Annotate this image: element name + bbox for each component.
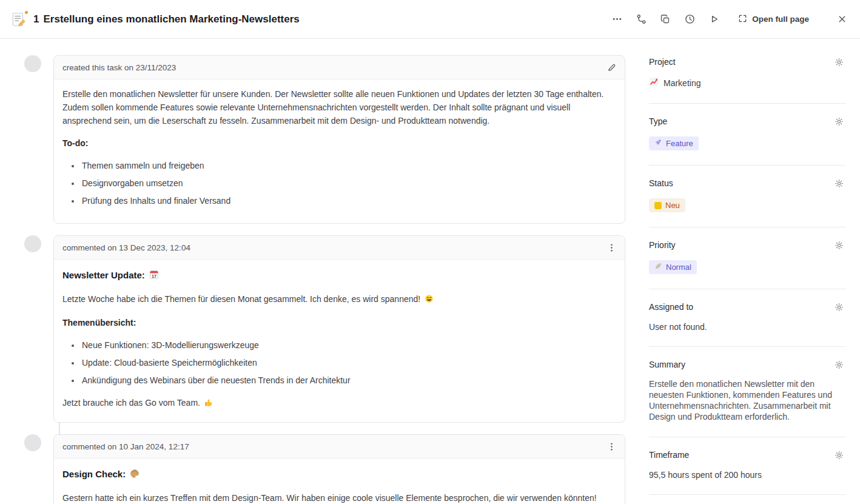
comment-paragraph: Letzte Woche habe ich die Themen für die… (62, 292, 615, 307)
list-item: Prüfung des Inhalts und finaler Versand (81, 194, 615, 207)
comment-card: commented on 10 Jan 2024, 12:17 Design C… (53, 434, 625, 504)
svg-text:17: 17 (152, 274, 156, 278)
copy-icon[interactable] (657, 11, 674, 28)
sidebar-section-type: Type (649, 104, 845, 166)
topbar: 1Erstellung eines monatlichen Marketing-… (0, 0, 860, 39)
entry-header: commented on 10 Jan 2024, 12:17 (54, 435, 625, 459)
thread-connector (0, 423, 639, 434)
avatar (24, 235, 41, 252)
description-paragraph: Erstelle den monatlichen Newsletter für … (62, 87, 615, 127)
topics-list: Neue Funktionen: 3D-Modellierungswerkzeu… (62, 338, 615, 387)
entry-header: commented on 13 Dec 2023, 12:04 (54, 236, 625, 260)
sidebar-section-deadline: Deadline - (649, 495, 845, 504)
gear-icon[interactable] (832, 176, 845, 190)
summary-label: Summary (649, 360, 685, 369)
rocket-icon (654, 138, 662, 149)
calendar-emoji: 17 (149, 270, 159, 283)
gear-icon[interactable] (832, 115, 845, 128)
sidebar-section-assigned-to: Assigned to User not found. (649, 289, 845, 347)
comment-heading: Newsletter Update: 17 (62, 269, 615, 283)
edit-icon[interactable] (603, 59, 620, 76)
task-description-entry: created this task on 23/11/2023 Erstelle… (0, 55, 639, 224)
expand-icon (738, 14, 747, 25)
status-label: Status (649, 178, 673, 188)
palette-emoji (130, 469, 139, 482)
gear-icon[interactable] (832, 238, 845, 252)
priority-badge[interactable]: Normal (649, 260, 697, 274)
sidebar-section-priority: Priority Normal (649, 227, 845, 289)
memo-icon (11, 12, 27, 27)
gear-icon[interactable] (832, 448, 845, 462)
task-title: Erstellung eines monatlichen Marketing-N… (43, 13, 299, 25)
project-label: Project (649, 57, 676, 67)
chart-increasing-icon (649, 77, 659, 89)
comment-entry: commented on 13 Dec 2023, 12:04 Newslett… (0, 235, 639, 423)
summary-text: Erstelle den monatlichen Newsletter mit … (649, 378, 845, 422)
grinning-face-emoji (425, 294, 434, 307)
workflow-icon[interactable] (633, 11, 650, 28)
assigned-to-label: Assigned to (649, 302, 693, 312)
entry-body: Newsletter Update: 17 Letzte Woche habe … (54, 260, 625, 422)
list-item: Ankündigung des Webinars über die neuest… (81, 374, 615, 387)
entry-header-text: commented on 13 Dec 2023, 12:04 (62, 243, 190, 252)
sidebar-section-timeframe: Timeframe 95,5 hours spent of 200 hours (649, 437, 845, 495)
todo-list: Themen sammeln und freigeben Designvorga… (62, 159, 615, 207)
main-area: created this task on 23/11/2023 Erstelle… (0, 39, 860, 504)
sidebar-section-status: Status Neu (649, 166, 845, 227)
task-thread: created this task on 23/11/2023 Erstelle… (0, 39, 639, 504)
gear-icon[interactable] (832, 300, 845, 314)
task-description-card: created this task on 23/11/2023 Erstelle… (53, 55, 625, 224)
assigned-to-value: User not found. (649, 322, 845, 332)
topics-subheading: Themenübersicht: (62, 316, 615, 329)
type-label: Type (649, 116, 667, 126)
list-item: Themen sammeln und freigeben (81, 159, 615, 172)
avatar (24, 55, 41, 72)
gear-icon[interactable] (832, 55, 845, 69)
entry-header-text: commented on 10 Jan 2024, 12:17 (62, 442, 189, 451)
notification-dot (24, 10, 29, 15)
close-icon[interactable] (833, 11, 850, 28)
history-icon[interactable] (681, 11, 698, 28)
comment-paragraph: Gestern hatte ich ein kurzes Treffen mit… (62, 491, 615, 504)
task-number: 1 (33, 13, 39, 25)
list-item: Neue Funktionen: 3D-Modellierungswerkzeu… (81, 338, 615, 352)
details-sidebar: Project Marketing Type (639, 39, 860, 504)
todo-subheading: To-do: (62, 136, 615, 150)
kebab-menu-icon[interactable] (603, 438, 620, 455)
status-badge[interactable]: Neu (649, 198, 685, 212)
kebab-menu-icon[interactable] (603, 239, 620, 256)
gear-icon[interactable] (832, 358, 845, 371)
entry-gap (0, 224, 639, 235)
timeframe-value: 95,5 hours spent of 200 hours (649, 470, 845, 480)
page-title: 1Erstellung eines monatlichen Marketing-… (33, 13, 300, 25)
comment-closing: Jetzt brauche ich das Go vom Team. (62, 396, 615, 411)
thumbs-up-emoji (204, 397, 213, 411)
open-full-page-button[interactable]: Open full page (734, 12, 813, 27)
entry-body: Erstelle den monatlichen Newsletter für … (54, 79, 625, 223)
topbar-actions: Open full page (608, 11, 850, 28)
entry-body: Design Check: Gestern hatte ich ein kurz… (54, 459, 625, 504)
comment-entry: commented on 10 Jan 2024, 12:17 Design C… (0, 434, 639, 504)
more-icon[interactable] (608, 11, 625, 28)
sidebar-section-project: Project Marketing (649, 55, 845, 104)
open-full-page-label: Open full page (752, 15, 809, 24)
comment-heading: Design Check: (62, 468, 615, 482)
avatar (24, 434, 41, 451)
yellow-square-icon (654, 202, 662, 209)
priority-label: Priority (649, 240, 676, 250)
feather-icon (654, 262, 662, 272)
project-value[interactable]: Marketing (649, 77, 845, 89)
timeframe-label: Timeframe (649, 450, 689, 460)
sidebar-section-summary: Summary Erstelle den monatlichen Newslet… (649, 347, 845, 437)
entry-header-text: created this task on 23/11/2023 (62, 63, 176, 72)
list-item: Designvorgaben umsetzen (81, 176, 615, 190)
play-icon[interactable] (705, 11, 722, 28)
type-badge[interactable]: Feature (649, 136, 699, 150)
comment-card: commented on 13 Dec 2023, 12:04 Newslett… (53, 235, 625, 423)
entry-header: created this task on 23/11/2023 (54, 56, 625, 79)
list-item: Update: Cloud-basierte Speichermöglichke… (81, 356, 615, 369)
